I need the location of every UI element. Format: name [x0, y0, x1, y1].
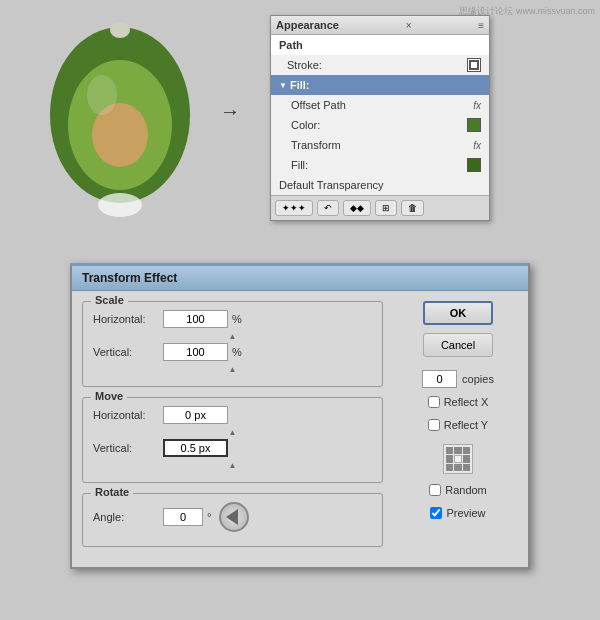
color-label: Color: — [291, 119, 463, 131]
default-transparency-label: Default Transparency — [279, 179, 481, 191]
move-horizontal-input[interactable] — [163, 406, 228, 424]
rotate-dial[interactable] — [219, 502, 249, 532]
ok-button[interactable]: OK — [423, 301, 493, 325]
arrow-icon: → — [220, 100, 240, 123]
path-row: Path — [271, 35, 489, 55]
scale-horizontal-row: Horizontal: % — [93, 310, 372, 328]
reflect-x-row: Reflect X — [428, 396, 489, 408]
grid-cell-1 — [446, 447, 453, 454]
offset-path-label: Offset Path — [291, 99, 469, 111]
scale-vertical-label: Vertical: — [93, 346, 163, 358]
bottom-section: Transform Effect Scale Horizontal: % ▲ — [0, 248, 600, 620]
scale-group-title: Scale — [91, 294, 128, 306]
random-row: Random — [429, 484, 487, 496]
stroke-row: Stroke: — [271, 55, 489, 75]
reflect-y-row: Reflect Y — [428, 419, 488, 431]
copies-label: copies — [462, 373, 494, 385]
default-transparency-row: Default Transparency — [271, 175, 489, 195]
preview-checkbox[interactable] — [430, 507, 442, 519]
preview-label: Preview — [446, 507, 485, 519]
svg-point-5 — [98, 193, 142, 217]
dialog-content: Scale Horizontal: % ▲ Vertical: % — [72, 291, 528, 567]
copies-row: copies — [422, 370, 494, 388]
grid-cell-8 — [454, 464, 461, 471]
reflect-y-checkbox[interactable] — [428, 419, 440, 431]
reflect-x-label: Reflect X — [444, 396, 489, 408]
move-vertical-row: Vertical: — [93, 439, 372, 457]
color-swatch[interactable] — [467, 118, 481, 132]
panel-titlebar: Appearance × ≡ — [271, 16, 489, 35]
grid-cell-7 — [446, 464, 453, 471]
rotate-angle-label: Angle: — [93, 511, 163, 523]
top-section: 思缘设计论坛 www.missvuan.com → Appearance × ≡ — [0, 0, 600, 240]
grid-cell-4 — [446, 455, 453, 464]
fx-btn[interactable]: ◆◆ — [343, 200, 371, 216]
fill-section-label: Fill: — [290, 79, 481, 91]
delete-art-btn[interactable]: ↶ — [317, 200, 339, 216]
fill-section-row: ▼ Fill: — [271, 75, 489, 95]
panel-title: Appearance — [276, 19, 339, 31]
rotate-group-title: Rotate — [91, 486, 133, 498]
grid-cell-3 — [463, 447, 470, 454]
avocado-illustration — [30, 20, 250, 220]
grid-cell-6 — [463, 455, 470, 464]
reflect-y-label: Reflect Y — [444, 419, 488, 431]
grid-anchor-icon[interactable] — [443, 444, 473, 474]
new-art-btn[interactable]: ✦✦✦ — [275, 200, 313, 216]
rotate-group: Rotate Angle: ° — [82, 493, 383, 547]
move-group-title: Move — [91, 390, 127, 402]
fill-label: Fill: — [291, 159, 463, 171]
fill-swatch[interactable] — [467, 158, 481, 172]
scale-horizontal-unit: % — [232, 313, 242, 325]
scale-vertical-unit: % — [232, 346, 242, 358]
move-vertical-label: Vertical: — [93, 442, 163, 454]
move-horizontal-row: Horizontal: — [93, 406, 372, 424]
scale-horizontal-input[interactable] — [163, 310, 228, 328]
move-v-slider-icon: ▲ — [229, 461, 237, 470]
random-checkbox[interactable] — [429, 484, 441, 496]
move-v-slider: ▲ — [93, 461, 372, 470]
copies-input[interactable] — [422, 370, 457, 388]
fill-triangle-icon: ▼ — [279, 81, 287, 90]
scale-vertical-row: Vertical: % — [93, 343, 372, 361]
panel-close-icon[interactable]: × — [406, 20, 412, 31]
transform-effect-dialog: Transform Effect Scale Horizontal: % ▲ — [70, 263, 530, 569]
grid-cell-5 — [454, 455, 461, 464]
dialog-right-panel: OK Cancel copies Reflect X Reflect Y — [398, 301, 518, 557]
transform-fx-icon: fx — [473, 140, 481, 151]
trash-btn[interactable]: 🗑 — [401, 200, 424, 216]
random-label: Random — [445, 484, 487, 496]
duplicate-btn[interactable]: ⊞ — [375, 200, 397, 216]
stroke-swatch[interactable] — [467, 58, 481, 72]
fill-row: Fill: — [271, 155, 489, 175]
path-label: Path — [279, 39, 481, 51]
scale-horizontal-label: Horizontal: — [93, 313, 163, 325]
panel-bottom-toolbar: ✦✦✦ ↶ ◆◆ ⊞ 🗑 — [271, 195, 489, 220]
dial-arrow-icon — [226, 509, 238, 525]
move-group: Move Horizontal: ▲ Vertical: ▲ — [82, 397, 383, 483]
stroke-label: Stroke: — [287, 59, 463, 71]
svg-point-4 — [87, 75, 117, 115]
grid-cell-2 — [454, 447, 461, 454]
dialog-titlebar: Transform Effect — [72, 266, 528, 291]
scale-group: Scale Horizontal: % ▲ Vertical: % — [82, 301, 383, 387]
dialog-title-text: Transform Effect — [82, 271, 177, 285]
offset-fx-icon: fx — [473, 100, 481, 111]
move-h-slider: ▲ — [93, 428, 372, 437]
rotate-angle-input[interactable] — [163, 508, 203, 526]
rotate-angle-row: Angle: ° — [93, 502, 372, 532]
scale-vertical-input[interactable] — [163, 343, 228, 361]
v-slider-icon: ▲ — [229, 365, 237, 374]
reflect-x-checkbox[interactable] — [428, 396, 440, 408]
transform-row: Transform fx — [271, 135, 489, 155]
offset-path-row: Offset Path fx — [271, 95, 489, 115]
scale-vertical-slider: ▲ — [93, 365, 372, 374]
move-vertical-input[interactable] — [163, 439, 228, 457]
panel-menu-icon[interactable]: ≡ — [478, 20, 484, 31]
rotate-angle-unit: ° — [207, 511, 211, 523]
move-h-slider-icon: ▲ — [229, 428, 237, 437]
scale-horizontal-slider: ▲ — [93, 332, 372, 341]
move-horizontal-label: Horizontal: — [93, 409, 163, 421]
cancel-button[interactable]: Cancel — [423, 333, 493, 357]
preview-row: Preview — [430, 507, 485, 519]
